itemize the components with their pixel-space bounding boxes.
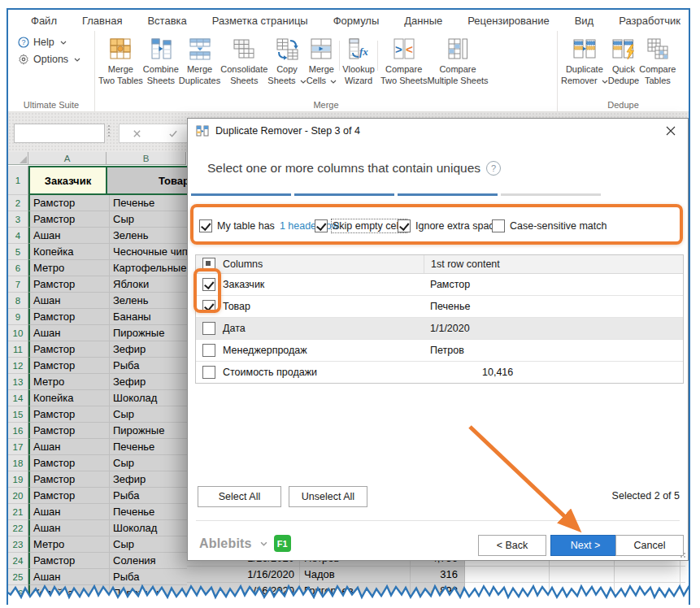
- copy-sheets-button[interactable]: CopySheets: [267, 34, 306, 87]
- cell-a[interactable]: Метро: [28, 260, 110, 276]
- cell-a[interactable]: Рамстор: [28, 195, 110, 211]
- ribbon-tab[interactable]: Главная: [82, 15, 122, 27]
- cell-b[interactable]: Пирожные: [110, 423, 193, 439]
- cell[interactable]: 1/16/2020: [187, 583, 300, 599]
- cell-a[interactable]: Рамстор: [28, 309, 110, 325]
- columns-table-row[interactable]: Стоимость продажи10,416: [196, 362, 683, 383]
- ribbon-tab[interactable]: Разметка страницы: [212, 15, 308, 27]
- row-header[interactable]: 12: [8, 358, 28, 374]
- empty-cell[interactable]: [680, 567, 685, 583]
- compare-two-sheets-button[interactable]: ><CompareTwo Sheets: [380, 34, 427, 87]
- cell-b[interactable]: Зефир: [110, 341, 193, 358]
- cell-a[interactable]: Копейка: [28, 244, 110, 260]
- cell-b[interactable]: Пирожные: [110, 585, 193, 601]
- quick-dedupe-button[interactable]: QuickDedupe: [608, 34, 640, 87]
- empty-cell[interactable]: [680, 583, 685, 599]
- help-button[interactable]: ? Help: [18, 37, 94, 48]
- compare-multiple-sheets-button[interactable]: CompareMultiple Sheets: [427, 34, 488, 87]
- cell-b[interactable]: Печенье: [110, 195, 193, 211]
- cell-a[interactable]: Рамстор: [28, 276, 110, 293]
- duplicate-remover-button[interactable]: DuplicateRemover: [561, 34, 608, 87]
- row-header[interactable]: 1: [8, 166, 28, 195]
- row-header[interactable]: 7: [8, 276, 28, 293]
- cell-a[interactable]: Рамстор: [28, 406, 110, 423]
- cell-a[interactable]: Ашан: [28, 228, 110, 244]
- cell-a[interactable]: Рамстор: [28, 553, 110, 569]
- merge-duplicates-button[interactable]: MergeDuplicates: [179, 34, 220, 87]
- cell[interactable]: Григорьев: [300, 583, 411, 599]
- cell-b[interactable]: Рыба: [110, 358, 193, 374]
- cell-b[interactable]: Сыр: [110, 211, 193, 228]
- cell-b[interactable]: Соления: [110, 553, 193, 569]
- ribbon-tab[interactable]: Рецензирование: [467, 15, 549, 27]
- row-header[interactable]: 17: [8, 439, 28, 455]
- cell-b[interactable]: Картофельные чипсы: [110, 260, 193, 276]
- row-header[interactable]: 13: [8, 374, 28, 390]
- columns-table-row[interactable]: МенеджерпродажПетров: [196, 340, 683, 362]
- merge-cells-button[interactable]: MergeCells: [307, 34, 337, 87]
- resize-grip[interactable]: [677, 549, 685, 558]
- cancel-entry-icon[interactable]: [133, 129, 141, 138]
- cancel-button[interactable]: Cancel: [615, 535, 684, 556]
- empty-cell[interactable]: [615, 583, 680, 599]
- back-button[interactable]: < Back: [478, 535, 546, 556]
- row-header[interactable]: 19: [8, 471, 28, 488]
- cell-a[interactable]: Ашан: [28, 504, 110, 520]
- unselect-all-button[interactable]: Unselect All: [289, 486, 367, 507]
- cell-b[interactable]: Зелень: [110, 228, 193, 244]
- column-checkbox[interactable]: [202, 366, 215, 379]
- row-header[interactable]: 11: [8, 341, 28, 358]
- cell-a[interactable]: Ашан: [28, 325, 110, 341]
- row-header[interactable]: 22: [8, 520, 28, 536]
- row-header[interactable]: 4: [8, 228, 28, 244]
- confirm-entry-icon[interactable]: [168, 129, 178, 138]
- vlookup-wizard-button[interactable]: fxVlookupWizard: [342, 34, 375, 87]
- ribbon-tab[interactable]: Файл: [31, 15, 57, 27]
- column-checkbox[interactable]: [202, 322, 215, 335]
- cell-b[interactable]: Зефир: [110, 471, 193, 488]
- cell-b[interactable]: Сыр: [110, 406, 193, 423]
- column-header-b[interactable]: B: [107, 152, 186, 165]
- cell-b[interactable]: Зелень: [110, 293, 193, 309]
- row-header[interactable]: 23: [8, 536, 28, 553]
- name-box[interactable]: [14, 124, 105, 143]
- ribbon-tab[interactable]: Вставка: [147, 15, 186, 27]
- cell-b[interactable]: Печенье: [110, 504, 193, 520]
- cell-b[interactable]: Шоколад: [110, 390, 193, 406]
- cell-b[interactable]: Пирожные: [110, 325, 193, 341]
- cell-a[interactable]: Рамстор: [28, 488, 110, 504]
- row-header[interactable]: 14: [8, 390, 28, 406]
- consolidate-sheets-button[interactable]: ConsolidateSheets: [220, 34, 267, 87]
- next-button[interactable]: Next >: [550, 535, 620, 556]
- columns-table-row[interactable]: ТоварПеченье: [196, 296, 683, 318]
- row-header[interactable]: 5: [8, 244, 28, 260]
- columns-table-row[interactable]: ЗаказчикРамстор: [196, 274, 683, 296]
- row-header[interactable]: 16: [8, 423, 28, 439]
- compare-tables-button[interactable]: CompareTables: [639, 34, 676, 87]
- combine-sheets-button[interactable]: CombineSheets: [143, 34, 179, 87]
- empty-cell[interactable]: [615, 567, 680, 583]
- empty-cell[interactable]: [550, 567, 615, 583]
- cell-b[interactable]: Чесночные чипсы: [110, 244, 193, 260]
- cell-b[interactable]: Сыр: [110, 455, 193, 471]
- select-all-corner[interactable]: [8, 152, 28, 165]
- cell-b[interactable]: Яблоки: [110, 276, 193, 293]
- close-icon[interactable]: [654, 119, 688, 143]
- cell-b[interactable]: Шоколад: [110, 520, 193, 536]
- cell-a[interactable]: Рамстор: [28, 471, 110, 488]
- cell-a[interactable]: Копейка: [28, 585, 110, 601]
- cell-a[interactable]: Метро: [28, 374, 110, 390]
- select-all-button[interactable]: Select All: [198, 486, 281, 507]
- merge-two-tables-button[interactable]: MergeTwo Tables: [98, 34, 143, 87]
- cell-a[interactable]: Ашан: [28, 520, 110, 536]
- cell-a[interactable]: Метро: [28, 536, 110, 553]
- ribbon-tab[interactable]: Вид: [575, 15, 594, 27]
- row-header[interactable]: 18: [8, 455, 28, 471]
- row-header[interactable]: 21: [8, 504, 28, 520]
- ribbon-tab[interactable]: Разработчик: [619, 15, 680, 27]
- row-header[interactable]: 25: [8, 569, 28, 585]
- row-header[interactable]: 6: [8, 260, 28, 276]
- column-header-a[interactable]: A: [28, 152, 107, 165]
- row-header[interactable]: 9: [8, 309, 28, 325]
- cell-b[interactable]: Бананы: [110, 309, 193, 325]
